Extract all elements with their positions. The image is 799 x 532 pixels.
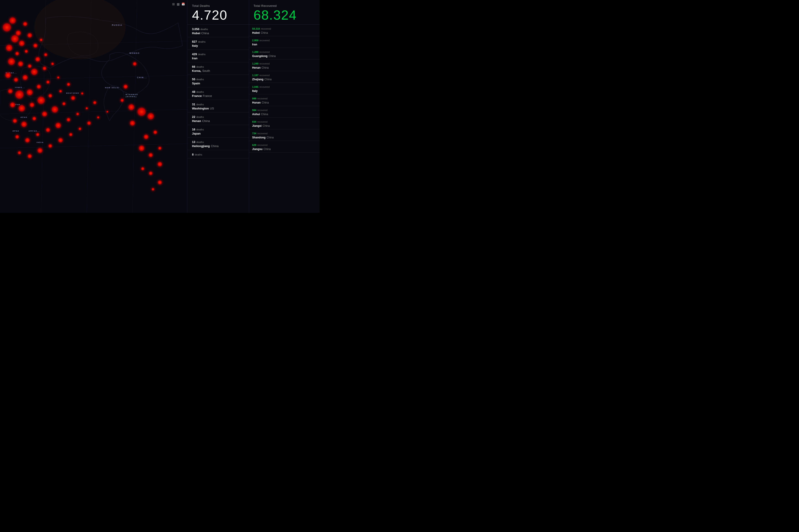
recovered-list-item: 629 recovered Jiangsu China [249,141,320,153]
death-list-item: 31 deaths Washington US [187,100,249,112]
recovered-list-item: 934 recovered Jiangxi China [249,118,320,129]
death-list-item: 3.056 deaths Hubei China [187,25,249,37]
grid-icon[interactable]: ⊞ [172,2,175,6]
recovered-label: Total Recovered [254,4,315,7]
death-list-item: 429 deaths Iran [187,50,249,62]
deaths-column: Total Deaths 4.720 3.056 deaths Hubei Ch… [187,0,249,213]
deaths-label: Total Deaths [192,4,244,7]
death-list-item: 8 deaths [187,150,249,158]
death-list-item: 16 deaths Japan [187,125,249,137]
recovered-list-item: 1.249 recovered Henan China [249,59,320,71]
recovered-list-item: 734 recovered Shandong China [249,129,320,141]
map-svg [0,0,187,213]
deaths-total: 4.720 [192,8,244,22]
toolbar: ⊞ ▦ 📅 [172,2,185,6]
recovered-column: Total Recovered 68.324 50.318 recovered … [249,0,320,213]
recovered-total: 68.324 [254,8,315,22]
recovered-list: 50.318 recovered Hubei China 2.959 recov… [249,25,320,153]
death-list-item: 13 deaths Heilongjiang China [187,137,249,150]
death-list-item: 55 deaths Spain [187,75,249,87]
recovered-list-item: 1.197 recovered Zhejiang China [249,71,320,83]
recovered-list-item: 999 recovered Hunan China [249,94,320,106]
map-container: RUSSIA MONGO CHIN... New Delhi MYANMAR(B… [0,0,187,213]
death-list-item: 66 deaths Korea, South [187,62,249,75]
recovered-list-item: 2.959 recovered Iran [249,36,320,48]
death-list-item: 22 deaths Henan China [187,112,249,125]
stats-panel: Total Deaths 4.720 3.056 deaths Hubei Ch… [187,0,320,213]
death-list-item: 48 deaths France France [187,87,249,100]
recovered-list-item: 50.318 recovered Hubei China [249,25,320,36]
recovered-list-item: 1.045 recovered Italy [249,83,320,94]
deaths-list: 3.056 deaths Hubei China 827 deaths Ital… [187,25,249,158]
recovered-list-item: 1.289 recovered Guangdong China [249,48,320,59]
recovered-header: Total Recovered 68.324 [249,0,320,25]
calendar-icon[interactable]: 📅 [181,2,185,6]
table-icon[interactable]: ▦ [177,2,180,6]
deaths-header: Total Deaths 4.720 [187,0,249,25]
death-list-item: 827 deaths Italy [187,37,249,50]
recovered-list-item: 984 recovered Anhui China [249,106,320,118]
